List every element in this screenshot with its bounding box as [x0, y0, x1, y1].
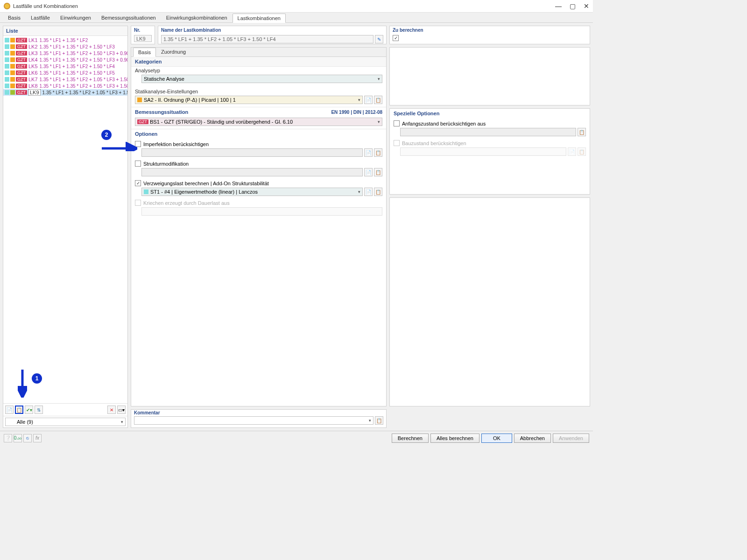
item-id: LK5 — [28, 63, 38, 69]
item-desc: 1.35 * LF1 + 1.35 * LF2 + 1.05 * LF3 + 1… — [40, 77, 127, 82]
item-desc: 1.35 * LF1 + 1.35 * LF2 + 1.50 * LF5 — [40, 70, 115, 76]
nr-box: Nr. LK9 — [131, 26, 155, 44]
name-input[interactable]: 1.35 * LF1 + 1.35 * LF2 + 1.05 * LF3 + 1… — [161, 35, 374, 43]
nr-input[interactable]: LK9 — [134, 35, 152, 42]
branching-select[interactable]: ST1 - #4 | Eigenwertmethode (linear) | L… — [141, 188, 363, 196]
analysis-select[interactable]: Statische Analyse▾ — [141, 75, 382, 83]
annotation-2-arrow — [102, 142, 137, 151]
tab-bemessungssituationen[interactable]: Bemessungssituationen — [96, 13, 161, 22]
imperfection-new-button[interactable]: 📄 — [364, 148, 373, 157]
branching-new-button[interactable]: 📄 — [364, 188, 373, 196]
special-options-panel: Spezielle Optionen Anfangszustand berück… — [389, 108, 590, 195]
tree-view-button[interactable]: ⎋ — [23, 434, 32, 442]
fx-button[interactable]: fx — [33, 434, 42, 442]
status-square-icon — [10, 64, 15, 69]
alles-berechnen-button[interactable]: Alles berechnen — [430, 434, 479, 443]
list-item-lk8[interactable]: GZTLK81.35 * LF1 + 1.35 * LF2 + 1.05 * L… — [3, 83, 127, 89]
filter-value: Alle (9) — [7, 419, 33, 425]
kommentar-edit-button[interactable]: 📋 — [375, 416, 383, 425]
calc-checkbox[interactable]: ✓ — [393, 35, 399, 41]
kommentar-input[interactable]: ▾ — [134, 416, 374, 425]
anwenden-button: Anwenden — [553, 434, 589, 443]
calc-label: Zu berechnen — [390, 26, 590, 34]
calc-box: Zu berechnen ✓ — [389, 26, 590, 44]
branching-checkbox[interactable]: ✓ — [135, 180, 141, 186]
creep-checkbox — [135, 200, 141, 206]
help-button[interactable]: ❔ — [4, 434, 12, 442]
delete-button[interactable]: ✕ — [107, 406, 116, 414]
list-item-lk4[interactable]: GZTLK41.35 * LF1 + 1.35 * LF2 + 1.50 * L… — [3, 56, 127, 63]
display-mode-button[interactable]: ▭▾ — [117, 406, 126, 414]
new-item-button[interactable]: 📄 — [5, 406, 14, 414]
list-item-lk5[interactable]: GZTLK51.35 * LF1 + 1.35 * LF2 + 1.50 * L… — [3, 63, 127, 70]
structmod-label: Strukturmodifikation — [143, 161, 189, 167]
initial-input — [400, 128, 576, 136]
cyan-square-icon — [5, 90, 9, 95]
subtab-basis[interactable]: Basis — [133, 48, 156, 57]
cyan-square-icon — [5, 51, 9, 56]
imperfection-edit-button[interactable]: 📋 — [374, 148, 382, 157]
list-item-lk9[interactable]: GZTLK91.35 * LF1 + 1.35 * LF2 + 1.05 * L… — [3, 89, 127, 96]
edit-settings-button[interactable]: 📋 — [374, 96, 382, 104]
units-button[interactable]: 0.₀₀ — [14, 434, 22, 442]
right-bottom-panel — [389, 197, 590, 406]
list-item-lk6[interactable]: GZTLK61.35 * LF1 + 1.35 * LF2 + 1.50 * L… — [3, 70, 127, 76]
annotation-1-arrow — [18, 370, 27, 398]
berechnen-button[interactable]: Berechnen — [392, 434, 429, 443]
subtab-zuordnung[interactable]: Zuordnung — [156, 47, 191, 56]
list-body[interactable]: GZTLK11.35 * LF1 + 1.35 * LF2GZTLK21.35 … — [3, 36, 127, 403]
list-item-lk1[interactable]: GZTLK11.35 * LF1 + 1.35 * LF2 — [3, 37, 127, 43]
item-desc: 1.35 * LF1 + 1.35 * LF2 + 1.50 * LF4 — [40, 64, 115, 69]
gzt-tag: GZT — [137, 119, 148, 124]
structmod-edit-button[interactable]: 📋 — [374, 168, 382, 176]
window-title: Lastfälle und Kombinationen — [13, 3, 556, 9]
gzt-tag: GZT — [16, 38, 27, 42]
ok-button[interactable]: OK — [481, 434, 512, 443]
cyan-square-icon — [5, 70, 9, 75]
structmod-checkbox[interactable] — [135, 161, 141, 167]
branching-edit-button[interactable]: 📋 — [374, 188, 382, 196]
tab-einwirkungen[interactable]: Einwirkungen — [55, 13, 96, 22]
item-desc: 1.35 * LF1 + 1.35 * LF2 + 1.50 * LF3 — [40, 44, 115, 49]
initial-edit-button[interactable]: 📋 — [578, 128, 586, 136]
kommentar-label: Kommentar — [131, 409, 163, 417]
list-item-lk7[interactable]: GZTLK71.35 * LF1 + 1.35 * LF2 + 1.05 * L… — [3, 76, 127, 83]
gzt-tag: GZT — [16, 84, 27, 88]
maximize-button[interactable]: ▢ — [570, 3, 575, 9]
minimize-button[interactable]: — — [556, 3, 561, 9]
tab-lastfaelle[interactable]: Lastfälle — [26, 13, 55, 22]
design-select[interactable]: GZTBS1 - GZT (STR/GEO) - Ständig und vor… — [135, 118, 382, 126]
item-desc: 1.35 * LF1 + 1.35 * LF2 — [40, 38, 88, 43]
tree-button[interactable]: ⇅ — [35, 406, 43, 414]
tab-einwirkungskombinationen[interactable]: Einwirkungskombinationen — [161, 13, 233, 22]
tab-lastkombinationen[interactable]: Lastkombinationen — [233, 14, 286, 23]
close-button[interactable]: ✕ — [584, 3, 589, 9]
cyan-square-icon — [5, 44, 9, 49]
check-button[interactable]: ✔▾ — [25, 406, 33, 414]
list-item-lk2[interactable]: GZTLK21.35 * LF1 + 1.35 * LF2 + 1.50 * L… — [3, 43, 127, 50]
gzt-tag: GZT — [16, 77, 27, 82]
edit-name-button[interactable]: ✎ — [375, 35, 383, 43]
construction-edit-button: 📋 — [578, 147, 586, 156]
structmod-new-button[interactable]: 📄 — [364, 168, 373, 176]
initial-checkbox[interactable] — [394, 120, 400, 126]
imperfection-input — [141, 148, 363, 157]
gzt-tag: GZT — [16, 44, 27, 49]
construction-input — [400, 147, 566, 156]
copy-item-button[interactable]: 📋 — [15, 406, 23, 414]
filter-select[interactable]: Alle (9) ▾ — [5, 418, 126, 426]
item-id: LK9 — [28, 89, 41, 96]
abbrechen-button[interactable]: Abbrechen — [514, 434, 551, 443]
structmod-input — [141, 168, 363, 176]
cyan-square-icon — [5, 57, 9, 62]
app-icon — [4, 3, 10, 9]
status-square-icon — [10, 44, 15, 49]
settings-select[interactable]: SA2 - II. Ordnung (P-Δ) | Picard | 100 |… — [135, 96, 363, 104]
new-settings-button[interactable]: 📄 — [364, 96, 373, 104]
tab-basis[interactable]: Basis — [3, 13, 26, 22]
item-desc: 1.35 * LF1 + 1.35 * LF2 + 1.05 * LF3 + 1… — [42, 90, 127, 95]
item-id: LK6 — [28, 70, 38, 76]
gzt-tag: GZT — [16, 64, 27, 69]
status-square-icon — [10, 51, 15, 56]
list-item-lk3[interactable]: GZTLK31.35 * LF1 + 1.35 * LF2 + 1.50 * L… — [3, 50, 127, 56]
